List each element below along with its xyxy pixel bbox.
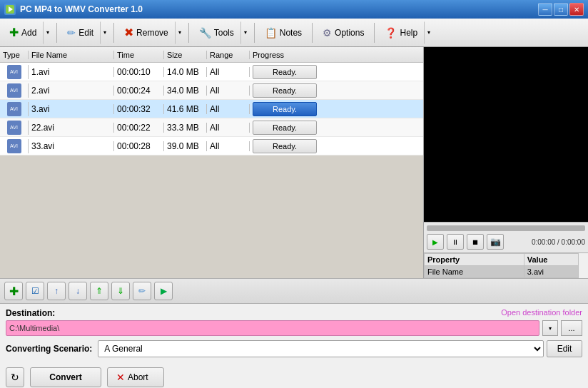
- properties-scroll[interactable]: Property Value File Name 3.avi: [424, 253, 588, 278]
- move-up-button[interactable]: ↑: [47, 282, 66, 300]
- cell-filename: 1.avi: [29, 67, 114, 77]
- app-icon: [4, 4, 16, 15]
- progress-button[interactable]: Ready.: [253, 102, 317, 116]
- table-row[interactable]: AVI 1.avi 00:00:10 14.0 MB All Ready.: [0, 63, 423, 81]
- cell-filename: 22.avi: [29, 123, 114, 133]
- dest-dropdown-button[interactable]: ▾: [542, 320, 558, 336]
- cell-time: 00:00:28: [114, 141, 164, 151]
- cell-progress: Ready.: [250, 83, 423, 98]
- edit-dropdown[interactable]: ▾: [100, 21, 110, 44]
- progress-button[interactable]: Ready.: [253, 83, 317, 98]
- pause-button[interactable]: ⏸: [447, 234, 464, 250]
- play-item-button[interactable]: ▶: [154, 282, 173, 300]
- main-toolbar: ✚ Add ▾ ✏ Edit ▾ ✖ Remove ▾ 🔧 Tools ▾ 📋 …: [0, 19, 588, 47]
- stop-button[interactable]: ⏹: [467, 234, 484, 250]
- cell-size: 14.0 MB: [164, 67, 207, 77]
- play-button[interactable]: ▶: [427, 234, 444, 250]
- move-top-button[interactable]: ⇑: [90, 282, 108, 300]
- sep3: [188, 23, 189, 43]
- help-dropdown[interactable]: ▾: [424, 21, 434, 44]
- options-button[interactable]: ⚙ Options: [316, 21, 370, 44]
- window-controls: ─ □ ✕: [538, 3, 584, 16]
- file-icon: AVI: [7, 83, 21, 98]
- preview-panel: ▶ ⏸ ⏹ 📷 0:00:00 / 0:00:00 Property Value: [424, 47, 588, 278]
- prop-name: File Name: [425, 266, 524, 278]
- cell-size: 34.0 MB: [164, 86, 207, 96]
- progress-button[interactable]: Ready.: [253, 121, 317, 135]
- notes-icon: 📋: [265, 27, 277, 39]
- tools-dropdown[interactable]: ▾: [240, 21, 250, 44]
- cell-type: AVI: [0, 121, 29, 135]
- sep5: [312, 23, 313, 43]
- help-button[interactable]: ❓ Help: [378, 21, 424, 44]
- remove-button[interactable]: ✖ Remove: [118, 21, 175, 44]
- props-scrollbar[interactable]: [578, 253, 588, 278]
- move-down-button[interactable]: ↓: [69, 282, 87, 300]
- dest-browse-button[interactable]: ...: [561, 320, 582, 336]
- minimize-button[interactable]: ─: [538, 3, 552, 16]
- add-button[interactable]: ✚ Add: [3, 21, 43, 44]
- add-dropdown[interactable]: ▾: [43, 21, 53, 44]
- cell-size: 41.6 MB: [164, 104, 207, 114]
- cell-filename: 2.avi: [29, 86, 114, 96]
- notes-label: Notes: [280, 28, 302, 38]
- remove-label: Remove: [136, 28, 168, 38]
- player-controls: ▶ ⏸ ⏹ 📷 0:00:00 / 0:00:00: [424, 222, 588, 252]
- dest-label-row: Destination: Open destination folder: [6, 308, 582, 318]
- file-list-panel: Type File Name Time Size Range Progress …: [0, 47, 424, 278]
- header-time: Time: [114, 51, 164, 59]
- cell-range: All: [207, 141, 250, 151]
- add-label: Add: [21, 28, 36, 38]
- scenario-edit-button[interactable]: Edit: [547, 340, 582, 357]
- destination-input[interactable]: [6, 320, 539, 336]
- table-row[interactable]: AVI 3.avi 00:00:32 41.6 MB All Ready.: [0, 100, 423, 118]
- convert-button[interactable]: Convert: [30, 367, 101, 387]
- cell-progress: Ready.: [250, 102, 423, 116]
- table-row[interactable]: AVI 22.avi 00:00:22 33.3 MB All Ready.: [0, 118, 423, 137]
- add-item-button[interactable]: ✚: [4, 282, 23, 300]
- refresh-button[interactable]: ↻: [6, 367, 24, 387]
- move-bottom-button[interactable]: ⇓: [111, 282, 130, 300]
- cell-range: All: [207, 86, 250, 96]
- sep2: [113, 23, 114, 43]
- cell-progress: Ready.: [250, 65, 423, 79]
- edit-item-button[interactable]: ✏: [133, 282, 151, 300]
- scenario-select[interactable]: A GeneralHigh QualityWebMobile: [98, 340, 544, 357]
- header-progress: Progress: [250, 51, 423, 59]
- file-icon: AVI: [7, 65, 21, 79]
- header-filename: File Name: [29, 51, 114, 59]
- check-button[interactable]: ☑: [26, 282, 44, 300]
- table-row[interactable]: AVI 33.avi 00:00:28 39.0 MB All Ready.: [0, 137, 423, 155]
- abort-label: Abort: [128, 372, 148, 382]
- progress-button[interactable]: Ready.: [253, 139, 317, 153]
- edit-button[interactable]: ✏ Edit: [61, 21, 100, 44]
- table-row[interactable]: AVI 2.avi 00:00:24 34.0 MB All Ready.: [0, 81, 423, 100]
- destination-area: Destination: Open destination folder ▾ .…: [0, 304, 588, 364]
- progress-button[interactable]: Ready.: [253, 65, 317, 79]
- cell-progress: Ready.: [250, 121, 423, 135]
- help-icon: ❓: [385, 27, 397, 39]
- abort-button[interactable]: ✕ Abort: [107, 367, 164, 387]
- tools-button[interactable]: 🔧 Tools: [193, 21, 240, 44]
- file-table-body: AVI 1.avi 00:00:10 14.0 MB All Ready. AV…: [0, 63, 423, 278]
- cell-range: All: [207, 123, 250, 133]
- bottom-toolbar: ✚ ☑ ↑ ↓ ⇑ ⇓ ✏ ▶: [0, 278, 588, 304]
- file-icon: AVI: [7, 139, 21, 153]
- cell-time: 00:00:22: [114, 123, 164, 133]
- playback-progress[interactable]: [427, 225, 585, 231]
- main-area: Type File Name Time Size Range Progress …: [0, 47, 588, 278]
- convert-area: ↻ Convert ✕ Abort: [0, 364, 588, 388]
- remove-dropdown[interactable]: ▾: [175, 21, 185, 44]
- cell-type: AVI: [0, 65, 29, 79]
- prop-header-property: Property: [425, 254, 524, 266]
- open-destination-link[interactable]: Open destination folder: [501, 308, 582, 318]
- table-header: Type File Name Time Size Range Progress: [0, 47, 423, 63]
- property-row: File Name 3.avi: [425, 266, 588, 278]
- snapshot-button[interactable]: 📷: [487, 234, 504, 250]
- cell-type: AVI: [0, 139, 29, 153]
- maximize-button[interactable]: □: [554, 3, 568, 16]
- notes-button[interactable]: 📋 Notes: [258, 21, 308, 44]
- abort-icon: ✕: [116, 372, 125, 383]
- close-button[interactable]: ✕: [569, 3, 584, 16]
- scenario-row: Converting Scenario: A GeneralHigh Quali…: [6, 340, 582, 357]
